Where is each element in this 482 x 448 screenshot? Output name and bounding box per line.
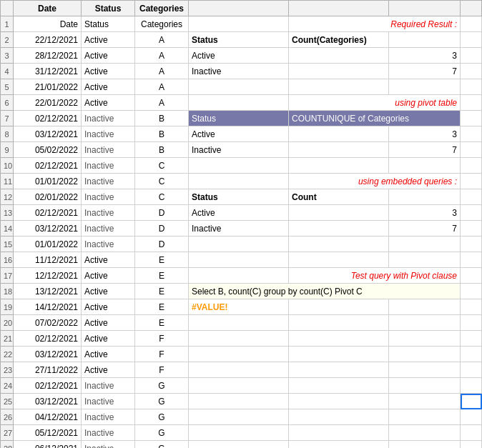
g-cell <box>461 205 482 221</box>
g-cell <box>461 16 482 32</box>
f-cell <box>389 347 461 362</box>
status-cell: Status <box>82 16 135 32</box>
d-cell <box>189 174 289 189</box>
d-cell: #VALUE! <box>189 299 289 315</box>
date-cell: 03/12/2021 <box>14 394 82 409</box>
g-cell <box>461 111 482 126</box>
col-header <box>1 1 14 16</box>
status-cell: Inactive <box>82 378 135 394</box>
e-cell: using pivot table <box>289 95 461 111</box>
d-cell <box>189 378 289 394</box>
status-cell: Active <box>82 347 135 362</box>
d-cell: Status <box>189 189 289 205</box>
e-cell <box>289 441 389 449</box>
category-cell: A <box>135 79 189 95</box>
f-cell <box>389 79 461 95</box>
status-cell: Active <box>82 252 135 268</box>
category-cell: C <box>135 189 189 205</box>
e-cell <box>289 79 389 95</box>
e-cell <box>289 347 389 362</box>
col-header: Categories <box>135 1 189 16</box>
d-cell <box>189 362 289 378</box>
table-row: 1813/12/2021ActiveESelect B, count(C) gr… <box>1 284 482 299</box>
status-cell: Inactive <box>82 425 135 441</box>
f-cell <box>389 441 461 449</box>
status-cell: Inactive <box>82 158 135 174</box>
g-cell <box>461 347 482 362</box>
table-row: 2203/12/2021ActiveF <box>1 347 482 362</box>
g-cell <box>461 126 482 142</box>
e-cell <box>289 252 389 268</box>
f-cell <box>389 315 461 331</box>
e-cell <box>289 425 389 441</box>
table-row: 1914/12/2021ActiveE#VALUE! <box>1 299 482 315</box>
g-cell[interactable] <box>461 394 482 409</box>
status-cell: Inactive <box>82 126 135 142</box>
d-cell <box>189 441 289 449</box>
table-row: 803/12/2021InactiveBActive3 <box>1 126 482 142</box>
col-header <box>289 1 389 16</box>
status-cell: Inactive <box>82 142 135 158</box>
date-cell: 01/01/2022 <box>14 174 82 189</box>
category-cell: B <box>135 126 189 142</box>
category-cell: A <box>135 64 189 79</box>
table-row: 1002/12/2021InactiveC <box>1 158 482 174</box>
date-cell: 11/12/2021 <box>14 252 82 268</box>
status-cell: Active <box>82 79 135 95</box>
category-cell: G <box>135 425 189 441</box>
table-row: 328/12/2021ActiveAActive3 <box>1 48 482 64</box>
row-number: 20 <box>1 315 14 331</box>
e-cell <box>289 237 389 252</box>
e-cell <box>289 221 389 237</box>
category-cell: G <box>135 378 189 394</box>
g-cell <box>461 441 482 449</box>
date-cell: 05/02/2022 <box>14 142 82 158</box>
category-cell: A <box>135 32 189 48</box>
d-cell: Inactive <box>189 221 289 237</box>
date-cell: 21/01/2022 <box>14 79 82 95</box>
row-number: 28 <box>1 441 14 449</box>
table-row: 2402/12/2021InactiveG <box>1 378 482 394</box>
g-cell <box>461 32 482 48</box>
g-cell <box>461 284 482 299</box>
status-cell: Inactive <box>82 394 135 409</box>
row-number: 6 <box>1 95 14 111</box>
d-cell <box>189 315 289 331</box>
d-cell: Active <box>189 126 289 142</box>
g-cell <box>461 142 482 158</box>
g-cell <box>461 315 482 331</box>
date-cell: 22/12/2021 <box>14 32 82 48</box>
category-cell: F <box>135 331 189 347</box>
d-cell <box>189 79 289 95</box>
date-cell: 03/12/2021 <box>14 126 82 142</box>
status-cell: Active <box>82 362 135 378</box>
e-cell: COUNTUNIQUE of Categories <box>289 111 461 126</box>
date-cell: 02/01/2022 <box>14 189 82 205</box>
e-cell <box>289 205 389 221</box>
category-cell: B <box>135 142 189 158</box>
d-cell: Inactive <box>189 64 289 79</box>
f-cell <box>389 252 461 268</box>
d-cell <box>189 331 289 347</box>
g-cell <box>461 425 482 441</box>
g-cell <box>461 409 482 425</box>
f-cell <box>389 362 461 378</box>
status-cell: Inactive <box>82 174 135 189</box>
e-cell <box>289 299 389 315</box>
d-cell <box>189 95 289 111</box>
g-cell <box>461 158 482 174</box>
row-number: 22 <box>1 347 14 362</box>
row-number: 16 <box>1 252 14 268</box>
e-cell <box>289 158 389 174</box>
e-cell <box>289 378 389 394</box>
table-row: 2705/12/2021InactiveG <box>1 425 482 441</box>
row-number: 24 <box>1 378 14 394</box>
table-row: 905/02/2022InactiveBInactive7 <box>1 142 482 158</box>
row-number: 4 <box>1 64 14 79</box>
row-number: 27 <box>1 425 14 441</box>
category-cell: E <box>135 284 189 299</box>
col-header <box>389 1 461 16</box>
category-cell: G <box>135 409 189 425</box>
e-cell: Count(Categories) <box>289 32 389 48</box>
category-cell: E <box>135 252 189 268</box>
